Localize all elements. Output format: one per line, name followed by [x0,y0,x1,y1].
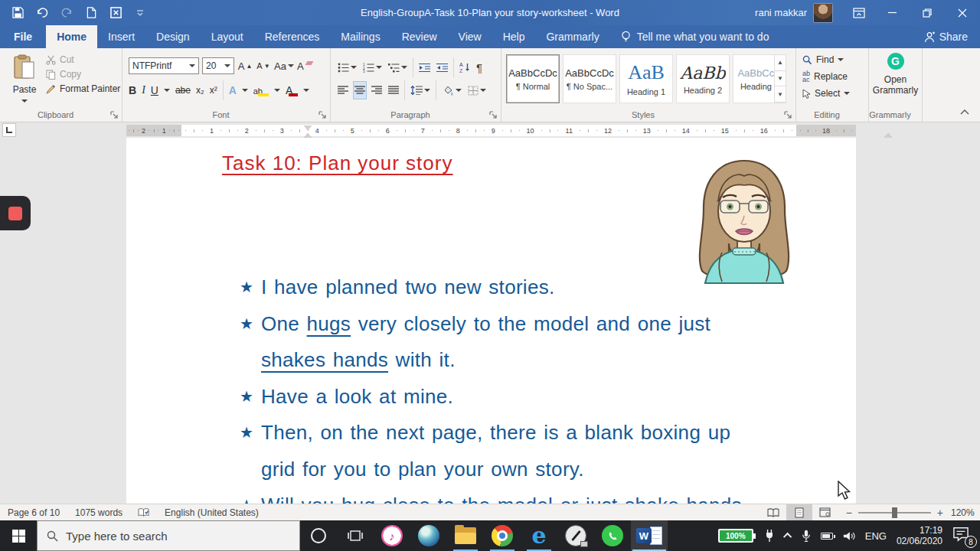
align-center-button[interactable] [354,82,366,99]
minimize-button[interactable] [874,0,910,25]
ribbon-display-options-icon[interactable] [844,0,874,25]
shading-button[interactable] [441,82,462,99]
zoom-slider[interactable] [858,512,931,514]
read-mode-button[interactable] [760,504,786,521]
justify-button[interactable] [387,82,400,99]
taskbar-edge-icon[interactable]: e [521,520,557,551]
bold-button[interactable]: B [129,84,136,96]
clear-formatting-button[interactable]: A [297,57,312,74]
tab-grammarly[interactable]: Grammarly [535,25,609,48]
tab-stop-selector[interactable] [2,123,16,137]
change-case-button[interactable]: Aa [274,57,294,74]
screen-recorder-overlay[interactable] [0,196,31,230]
align-right-button[interactable] [371,82,383,99]
paste-button[interactable]: Paste [8,54,41,108]
styles-dialog-launcher-icon[interactable] [784,111,792,119]
tab-review[interactable]: Review [391,25,448,48]
language-abbreviation[interactable]: ENG [865,530,887,542]
style-heading-2[interactable]: AaBb Heading 2 [676,54,730,103]
document-page[interactable]: Task 10: Plan your story [126,138,856,504]
close-box-icon[interactable] [109,6,122,20]
word-count[interactable]: 1075 words [67,507,130,518]
taskbar-whatsapp-icon[interactable] [594,520,631,551]
bullet-list[interactable]: ★I have planned two new stories. ★One hu… [240,269,776,504]
cut-button[interactable]: Cut [46,54,120,65]
tab-layout[interactable]: Layout [201,25,254,48]
zoom-in-button[interactable]: + [937,507,943,519]
styles-scroll-up-icon[interactable]: ▲ [775,55,786,71]
strikethrough-button[interactable]: abe [175,85,191,96]
grow-font-button[interactable]: A▲ [237,57,253,74]
tab-mailings[interactable]: Mailings [330,25,390,48]
italic-button[interactable]: I [142,84,145,96]
font-dialog-launcher-icon[interactable] [318,111,327,119]
stop-recording-icon[interactable] [8,207,22,220]
decrease-indent-button[interactable] [418,59,431,76]
font-color-caret-icon[interactable] [303,89,309,92]
clipboard-dialog-launcher-icon[interactable] [110,111,119,119]
styles-scroll-down-icon[interactable]: ▼ [775,71,786,87]
copy-button[interactable]: Copy [46,69,120,80]
battery-meter[interactable]: 100% [718,529,753,543]
taskbar-search-input[interactable]: Type here to search [37,520,300,551]
taskbar-chrome-icon[interactable] [484,520,521,551]
power-plug-icon[interactable] [763,529,776,543]
zoom-percentage[interactable]: 120% [951,507,980,518]
superscript-button[interactable]: x² [210,85,217,96]
styles-gallery-more-icon[interactable]: ▼ [775,86,786,103]
action-center-button[interactable]: 8 [952,527,972,545]
page-indicator[interactable]: Page 6 of 10 [0,507,67,518]
numbered-list-button[interactable]: 123 [362,59,383,76]
horizontal-ruler[interactable]: ·ı·2·ı·1·ı· ·ı·1·ı·2·ı·3·ı·4·ı·5·ı·6·ı·7… [126,125,856,136]
line-spacing-button[interactable] [410,82,431,99]
taskbar-pen-app-icon[interactable] [557,520,594,551]
user-avatar[interactable] [813,3,833,23]
save-icon[interactable] [11,6,24,20]
multilevel-list-button[interactable] [387,59,408,76]
select-button[interactable]: Select [802,88,850,99]
taskbar-globe-app-icon[interactable] [410,520,447,551]
taskbar-clock[interactable]: 17:19 02/06/2020 [897,525,942,546]
style-heading-1[interactable]: AaB Heading 1 [619,54,673,103]
increase-indent-button[interactable] [436,59,449,76]
taskbar-file-explorer-icon[interactable] [447,520,484,551]
language-indicator[interactable]: English (United States) [157,507,266,518]
tab-home[interactable]: Home [46,25,97,48]
new-document-icon[interactable] [84,6,98,20]
tab-references[interactable]: References [254,25,331,48]
text-effects-button[interactable]: A [229,84,237,96]
web-layout-button[interactable] [812,504,838,521]
text-effects-caret-icon[interactable] [242,89,248,92]
share-button[interactable]: Share [924,25,980,48]
microphone-icon[interactable] [802,530,811,543]
start-button[interactable] [0,520,37,551]
open-grammarly-button[interactable]: G Open Grammarly [869,53,922,96]
redo-icon[interactable] [60,6,74,20]
zoom-slider-thumb[interactable] [892,507,897,518]
taskbar-itunes-icon[interactable]: ♪ [374,520,410,551]
paste-caret-icon[interactable] [21,99,28,103]
select-caret-icon[interactable] [844,92,850,95]
paragraph-dialog-launcher-icon[interactable] [489,111,498,119]
close-button[interactable] [945,0,980,25]
find-caret-icon[interactable] [838,58,844,61]
taskbar-word-icon[interactable]: W [631,520,668,551]
print-layout-button[interactable] [786,504,812,521]
battery-status-icon[interactable] [821,533,833,540]
font-size-combobox[interactable]: 20 [202,57,234,74]
find-button[interactable]: Find [802,54,850,65]
tab-design[interactable]: Design [145,25,201,48]
speaker-icon[interactable] [843,530,855,542]
bullet-list-button[interactable] [337,59,358,76]
style-no-spacing[interactable]: AaBbCcDc ¶ No Spac... [563,54,616,103]
underline-button[interactable]: U [151,84,158,96]
hidden-icons-chevron[interactable] [783,533,792,541]
format-painter-button[interactable]: Format Painter [46,83,120,94]
customize-quick-access-icon[interactable] [133,6,147,20]
restore-button[interactable] [910,0,945,25]
tab-file[interactable]: File [0,25,46,48]
first-line-indent-marker[interactable] [304,126,312,130]
font-name-combobox[interactable]: NTFPrintf [129,57,199,74]
tab-view[interactable]: View [448,25,492,48]
sort-button[interactable]: AZ [459,59,471,76]
